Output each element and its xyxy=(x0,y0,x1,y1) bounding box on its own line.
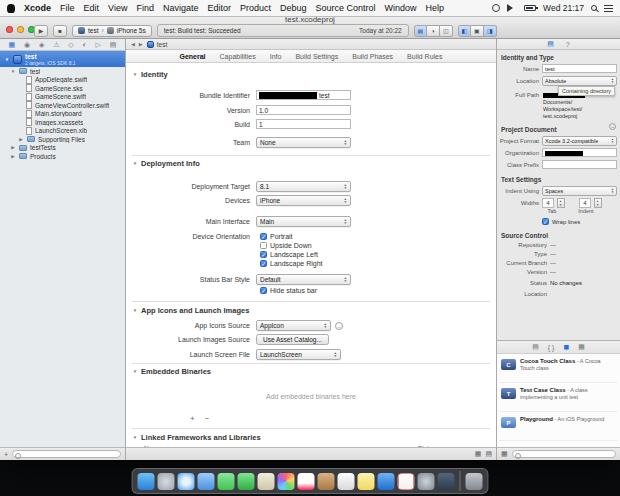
stop-button[interactable]: ■ xyxy=(53,25,67,37)
indent-width-field[interactable]: 4 xyxy=(579,198,591,208)
navigator-file-main-storyboard[interactable]: Main.storyboard xyxy=(0,110,125,119)
report-navigator-icon[interactable]: ▤ xyxy=(110,41,117,49)
list-view-icon[interactable]: ▤ xyxy=(485,450,492,458)
project-format-popup[interactable]: Xcode 3.2-compatible xyxy=(542,136,617,146)
breadcrumb[interactable]: test xyxy=(147,41,167,48)
devices-popup[interactable]: iPhone xyxy=(256,195,351,206)
menu-debug[interactable]: Debug xyxy=(280,3,307,13)
app-icons-section-header[interactable]: App Icons and Launch Images xyxy=(132,306,249,315)
inspector-toggle-button[interactable]: ◨ xyxy=(484,25,497,37)
navigator-file-gamescene-sks[interactable]: GameScene.sks xyxy=(0,84,125,93)
library-item-playground[interactable]: P Playground - An iOS Playground xyxy=(499,414,618,441)
navigator-filter-field[interactable] xyxy=(12,450,121,458)
forward-button[interactable] xyxy=(139,41,143,47)
disclosure-open-icon[interactable] xyxy=(4,57,10,62)
identity-section-header[interactable]: Identity xyxy=(132,70,168,79)
tab-info[interactable]: Info xyxy=(270,53,282,60)
linked-frameworks-section-header[interactable]: Linked Frameworks and Libraries xyxy=(132,433,261,442)
assistant-editor-button[interactable]: ◑ xyxy=(427,25,440,37)
navigator-project-row[interactable]: test 2 targets, iOS SDK 8.1 xyxy=(0,51,125,67)
symbol-navigator-icon[interactable]: ◉ xyxy=(24,41,30,49)
debug-navigator-icon[interactable]: ◐ xyxy=(83,41,87,48)
library-item-test-case-class[interactable]: T Test Case Class - A class implementing… xyxy=(499,385,618,412)
find-navigator-icon[interactable]: ◈ xyxy=(39,41,44,49)
navigator-group-test[interactable]: test xyxy=(0,67,125,76)
main-interface-combo[interactable]: Main xyxy=(256,216,351,227)
menu-edit[interactable]: Edit xyxy=(84,3,100,13)
breakpoint-navigator-icon[interactable]: ▷ xyxy=(96,41,101,49)
dock-app-store-icon[interactable] xyxy=(378,473,395,490)
grid-view-icon[interactable]: ▦ xyxy=(475,450,482,458)
version-editor-button[interactable]: ◫ xyxy=(440,25,453,37)
embedded-binaries-section-header[interactable]: Embedded Binaries xyxy=(132,367,211,376)
apple-menu-icon[interactable] xyxy=(7,4,15,13)
menu-file[interactable]: File xyxy=(60,3,75,13)
standard-editor-button[interactable]: ▤ xyxy=(414,25,427,37)
tab-general[interactable]: General xyxy=(179,53,205,60)
dock-calendar-icon[interactable] xyxy=(298,473,315,490)
navigator-group-testtests[interactable]: testTests xyxy=(0,144,125,153)
location-popup[interactable]: Absolute xyxy=(542,76,617,86)
minimize-window-button[interactable] xyxy=(17,26,24,33)
notification-center-icon[interactable] xyxy=(604,5,613,12)
orientation-portrait[interactable]: Portrait xyxy=(260,233,293,240)
navigator-file-gamescene-swift[interactable]: GameScene.swift xyxy=(0,93,125,102)
dock-trash-icon[interactable] xyxy=(466,473,483,490)
navigator-toggle-button[interactable]: ◧ xyxy=(458,25,471,37)
spotlight-icon[interactable] xyxy=(591,5,597,11)
library-filter-field[interactable] xyxy=(512,450,616,458)
code-snippet-library-icon[interactable]: { } xyxy=(548,344,555,351)
deployment-target-combo[interactable]: 8.1 xyxy=(256,181,351,192)
build-field[interactable] xyxy=(256,119,351,129)
disclosure-closed-icon[interactable] xyxy=(10,145,16,150)
reveal-in-finder-icon[interactable] xyxy=(609,123,616,130)
menu-clock[interactable]: Wed 21:17 xyxy=(543,3,584,13)
class-prefix-field[interactable] xyxy=(542,160,617,169)
navigator-file-images-xcassets[interactable]: Images.xcassets xyxy=(0,118,125,127)
close-window-button[interactable] xyxy=(6,26,13,33)
dock-finder-icon[interactable] xyxy=(138,473,155,490)
battery-icon[interactable] xyxy=(524,5,536,11)
version-field[interactable] xyxy=(256,105,351,115)
grid-layout-icon[interactable]: ▦ xyxy=(501,450,508,458)
navigator-file-gameviewcontroller[interactable]: GameViewController.swift xyxy=(0,101,125,110)
organization-field[interactable] xyxy=(542,148,617,157)
file-inspector-icon[interactable]: ▤ xyxy=(547,40,554,48)
indent-using-popup[interactable]: Spaces xyxy=(542,186,617,196)
project-navigator-icon[interactable]: ▦ xyxy=(8,41,15,49)
navigator-group-products[interactable]: Products xyxy=(0,152,125,161)
tab-build-settings[interactable]: Build Settings xyxy=(295,53,338,60)
dock-messages-icon[interactable] xyxy=(218,473,235,490)
debug-area-toggle-button[interactable]: ▣ xyxy=(471,25,484,37)
disclosure-open-icon[interactable] xyxy=(10,69,16,74)
tab-build-rules[interactable]: Build Rules xyxy=(407,53,442,60)
dock-maps-icon[interactable] xyxy=(258,473,275,490)
navigator-file-appdelegate[interactable]: AppDelegate.swift xyxy=(0,76,125,85)
orientation-landscape-right[interactable]: Landscape Right xyxy=(260,260,323,267)
orientation-landscape-left[interactable]: Landscape Left xyxy=(260,251,318,258)
dock-contacts-icon[interactable] xyxy=(318,473,335,490)
run-button[interactable]: ▶ xyxy=(34,25,48,37)
tab-build-phases[interactable]: Build Phases xyxy=(352,53,393,60)
menu-find[interactable]: Find xyxy=(136,3,154,13)
hide-status-bar-checkbox[interactable]: Hide status bar xyxy=(260,287,317,294)
test-navigator-icon[interactable]: ◇ xyxy=(68,41,73,49)
menu-product[interactable]: Product xyxy=(240,3,271,13)
file-template-library-icon[interactable]: ▤ xyxy=(532,343,539,351)
menu-help[interactable]: Help xyxy=(426,3,445,13)
use-asset-catalog-button[interactable]: Use Asset Catalog... xyxy=(256,334,329,345)
object-library-icon[interactable]: ◼ xyxy=(563,343,569,351)
disclosure-closed-icon[interactable] xyxy=(18,137,24,142)
menu-editor[interactable]: Editor xyxy=(207,3,231,13)
quick-help-icon[interactable]: ? xyxy=(566,41,570,48)
dock-mail-icon[interactable] xyxy=(198,473,215,490)
dock-facetime-icon[interactable] xyxy=(238,473,255,490)
menu-view[interactable]: View xyxy=(108,3,127,13)
menu-navigate[interactable]: Navigate xyxy=(163,3,199,13)
orientation-upside-down[interactable]: Upside Down xyxy=(260,242,312,249)
navigator-file-launchscreen-xib[interactable]: LaunchScreen.xib xyxy=(0,127,125,136)
wrap-lines-row[interactable]: Wrap lines xyxy=(499,218,617,225)
dock-xcode-icon[interactable] xyxy=(438,473,455,490)
remove-embedded-binary-button[interactable] xyxy=(205,414,210,423)
bundle-identifier-field[interactable]: test xyxy=(256,90,351,100)
